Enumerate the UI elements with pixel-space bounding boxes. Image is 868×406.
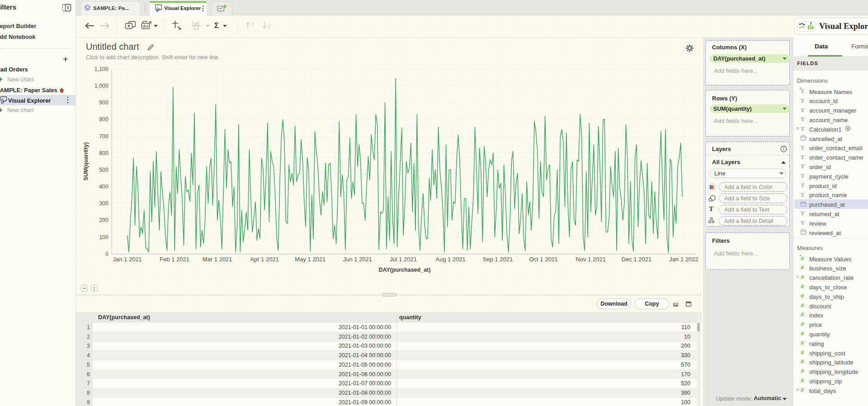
svg-text:Oct 1 2021: Oct 1 2021	[529, 256, 558, 263]
svg-text:800: 800	[99, 116, 108, 123]
svg-text:300: 300	[99, 200, 108, 207]
svg-text:200: 200	[99, 217, 108, 223]
svg-text:100: 100	[99, 234, 108, 241]
svg-text:Jul 1 2021: Jul 1 2021	[390, 256, 417, 263]
svg-text:1,100: 1,100	[94, 66, 108, 72]
svg-text:Nov 1 2021: Nov 1 2021	[576, 256, 606, 263]
svg-text:Jun 1 2021: Jun 1 2021	[343, 256, 372, 263]
svg-text:900: 900	[99, 99, 108, 106]
svg-text:Aug 1 2021: Aug 1 2021	[435, 256, 466, 263]
svg-text:1,000: 1,000	[94, 83, 108, 89]
svg-text:May 1 2021: May 1 2021	[295, 256, 326, 263]
svg-text:Jan 1 2022: Jan 1 2022	[669, 256, 698, 263]
svg-text:Dec 1 2021: Dec 1 2021	[622, 256, 652, 263]
svg-text:500: 500	[99, 167, 108, 173]
svg-text:700: 700	[99, 133, 108, 140]
svg-text:Apr 1 2021: Apr 1 2021	[250, 256, 279, 263]
svg-text:400: 400	[99, 184, 108, 190]
svg-text:0: 0	[105, 251, 108, 257]
svg-text:SUM(quantity): SUM(quantity)	[83, 142, 89, 181]
svg-text:Jan 1 2021: Jan 1 2021	[113, 256, 142, 263]
svg-text:Mar 1 2021: Mar 1 2021	[203, 256, 232, 263]
svg-text:DAY(purchased_at): DAY(purchased_at)	[379, 267, 431, 273]
svg-text:Feb 1 2021: Feb 1 2021	[160, 256, 189, 263]
svg-text:600: 600	[99, 150, 108, 156]
svg-text:Sep 1 2021: Sep 1 2021	[483, 256, 513, 263]
